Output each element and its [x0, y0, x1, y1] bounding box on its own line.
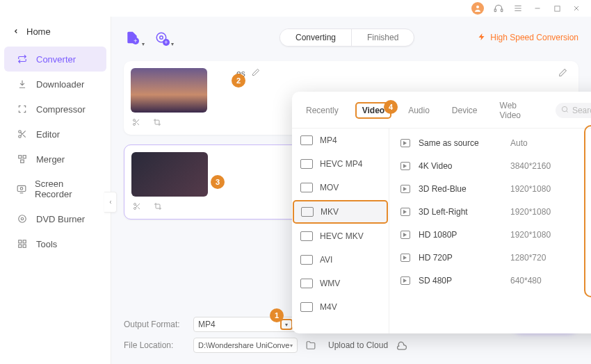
sidebar-home[interactable]: Home [0, 21, 111, 47]
format-mov[interactable]: MOV [292, 176, 389, 199]
sidebar-item-downloader[interactable]: Downloader [4, 72, 106, 97]
add-dvd-icon[interactable]: + ▾ [153, 29, 170, 46]
resolution-item[interactable]: SD 480P640*480 [389, 269, 591, 292]
sidebar-item-merger[interactable]: Merger [4, 147, 106, 172]
format-mp4[interactable]: MP4 [292, 129, 389, 152]
menu-icon[interactable] [513, 3, 523, 13]
svg-point-20 [133, 124, 136, 126]
format-m4v[interactable]: M4V [292, 295, 389, 319]
resolution-list: Same as sourceAuto4K Video3840*21603D Re… [389, 129, 591, 333]
resolution-item[interactable]: HD 720P1280*720 [389, 246, 591, 269]
home-label: Home [26, 26, 51, 37]
sidebar-item-screen-recorder[interactable]: Screen Recorder [4, 172, 106, 206]
bolt-icon [478, 33, 486, 43]
cloud-icon[interactable] [395, 339, 407, 351]
format-avi[interactable]: AVI [292, 248, 389, 272]
svg-rect-13 [19, 240, 22, 243]
svg-rect-6 [19, 156, 22, 158]
maximize-icon[interactable] [552, 3, 562, 13]
resolution-item[interactable]: Same as sourceAuto [389, 131, 591, 154]
edit-output-icon[interactable] [558, 68, 567, 79]
annotation-badge-4: 4 [384, 100, 398, 114]
search-icon [561, 106, 569, 115]
sidebar-item-dvd-burner[interactable]: DVD Burner [4, 206, 106, 231]
chevron-down-icon: ▾ [280, 319, 293, 330]
dvd-icon [17, 213, 28, 224]
thumbnail[interactable] [131, 152, 208, 197]
tab-webvideo[interactable]: Web Video [494, 99, 544, 122]
drawer-toggle[interactable] [104, 192, 117, 213]
tab-audio[interactable]: Audio [403, 104, 435, 117]
format-icon [300, 183, 313, 192]
sidebar-item-converter[interactable]: Converter [4, 47, 106, 72]
crop-icon[interactable] [152, 201, 163, 212]
resolution-item[interactable]: HD 1080P1920*1080 [389, 223, 591, 246]
file-location-select[interactable]: D:\Wondershare UniConverter 1 ▾ [193, 338, 298, 353]
converter-icon [17, 53, 28, 65]
video-icon [400, 139, 410, 147]
format-hevc-mkv[interactable]: HEVC MKV [292, 224, 389, 248]
merger-icon [17, 154, 28, 165]
resolution-item[interactable]: 4K Video3840*2160 [389, 154, 591, 177]
high-speed-toggle[interactable]: High Speed Conversion [478, 33, 578, 43]
video-icon [400, 254, 410, 262]
minimize-icon[interactable] [533, 3, 542, 13]
tab-finished[interactable]: Finished [352, 29, 414, 46]
video-icon [400, 231, 410, 239]
svg-point-22 [134, 208, 136, 210]
titlebar [0, 0, 591, 17]
svg-rect-7 [23, 156, 26, 158]
svg-rect-3 [554, 6, 559, 10]
format-icon [300, 159, 313, 169]
video-icon [400, 162, 410, 170]
sidebar-item-tools[interactable]: Tools [4, 231, 106, 256]
file-location-label: File Location: [124, 340, 186, 350]
tab-converting[interactable]: Converting [280, 29, 352, 46]
crop-icon[interactable] [152, 117, 163, 128]
annotation-badge-3: 3 [211, 175, 225, 189]
format-icon [300, 255, 313, 265]
resolution-item[interactable]: 3D Left-Right1920*1080 [389, 200, 591, 223]
trim-icon[interactable] [131, 201, 143, 212]
editor-icon [17, 129, 28, 140]
format-icon [301, 207, 314, 217]
avatar[interactable] [471, 2, 484, 15]
content: + ▾ + ▾ Converting Finished High Speed C… [111, 17, 591, 364]
trim-icon[interactable] [131, 117, 142, 128]
svg-point-24 [562, 106, 567, 111]
svg-rect-2 [501, 9, 503, 12]
video-icon [400, 185, 410, 193]
sidebar-item-editor[interactable]: Editor [4, 122, 106, 147]
close-icon[interactable] [572, 3, 581, 13]
resolution-item[interactable]: 3D Red-Blue1920*1080 [389, 177, 591, 200]
popover-tabs: Recently Video Audio Device Web Video Se… [292, 92, 591, 129]
tab-device[interactable]: Device [446, 104, 483, 117]
thumbnail[interactable] [131, 68, 207, 113]
downloader-icon [17, 78, 28, 90]
tab-recently[interactable]: Recently [300, 104, 344, 117]
conversion-tabs: Converting Finished [280, 28, 414, 47]
svg-point-0 [476, 6, 479, 8]
svg-point-12 [21, 217, 24, 220]
format-icon [300, 135, 313, 145]
svg-rect-16 [19, 245, 22, 247]
tools-icon [17, 238, 28, 249]
svg-rect-15 [23, 245, 26, 247]
add-file-icon[interactable]: + ▾ [124, 29, 140, 46]
format-hevc-mp4[interactable]: HEVC MP4 [292, 152, 389, 176]
sidebar-item-compressor[interactable]: Compressor [4, 97, 106, 122]
format-wmv[interactable]: WMV [292, 272, 389, 295]
video-icon [400, 276, 410, 285]
search-input[interactable]: Search [556, 103, 591, 118]
annotation-badge-1: 1 [270, 308, 284, 322]
sidebar: Home ConverterDownloaderCompressorEditor… [0, 17, 111, 364]
folder-icon[interactable] [305, 339, 317, 351]
format-icon [300, 302, 313, 312]
svg-rect-1 [494, 9, 496, 12]
format-mkv[interactable]: MKV [293, 200, 388, 224]
svg-point-10 [20, 188, 23, 190]
svg-rect-8 [21, 160, 24, 163]
headset-icon[interactable] [494, 3, 503, 13]
svg-point-11 [19, 215, 26, 223]
svg-point-19 [133, 119, 136, 122]
